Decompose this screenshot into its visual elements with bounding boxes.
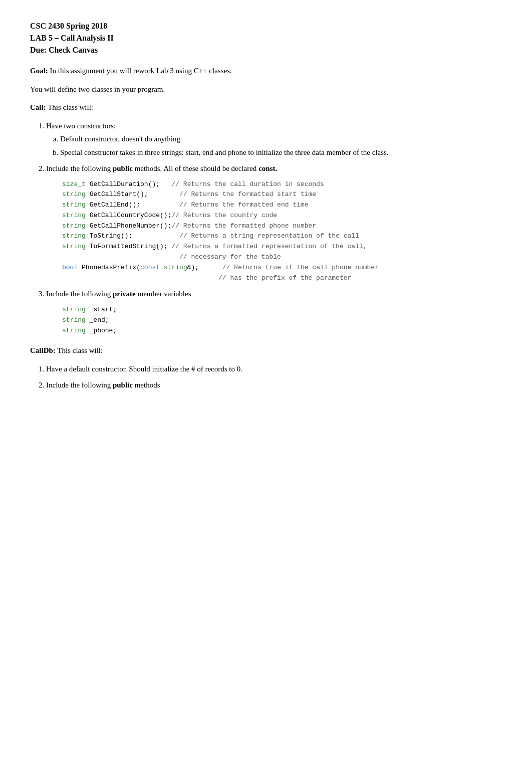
code-block-public: size_t GetCallDuration(); // Returns the…	[62, 179, 502, 284]
call-sub-item-1a: Default constructor, doesn't do anything	[60, 133, 502, 145]
calldb-intro: This class will:	[56, 346, 103, 354]
call-sub-list-1: Default constructor, doesn't do anything…	[60, 133, 502, 158]
private-keyword: private	[113, 290, 136, 298]
header-block: CSC 2430 Spring 2018 LAB 5 – Call Analys…	[30, 20, 502, 56]
calldb-main-list: Have a default constructor. Should initi…	[46, 363, 502, 391]
call-main-list: Have two constructors: Default construct…	[46, 120, 502, 336]
call-sub-item-1b: Special constructor takes in three strin…	[60, 147, 502, 158]
goal-section: Goal: In this assignment you will rework…	[30, 65, 502, 77]
call-item-2: Include the following public methods. Al…	[46, 163, 502, 283]
calldb-item-2: Include the following public methods	[46, 379, 502, 391]
code-block-private: string _start; string _end; string _phon…	[62, 305, 502, 336]
intro-text: You will define two classes in your prog…	[30, 84, 502, 95]
public-keyword: public	[113, 164, 133, 172]
calldb-public-keyword: public	[113, 381, 133, 389]
call-section: Call: This class will:	[30, 102, 502, 113]
call-item-3: Include the following private member var…	[46, 288, 502, 336]
call-label: Call:	[30, 103, 46, 111]
calldb-item-1: Have a default constructor. Should initi…	[46, 363, 502, 375]
calldb-label: CallDb:	[30, 346, 56, 354]
header-line3: Due: Check Canvas	[30, 44, 502, 56]
calldb-section: CallDb: This class will:	[30, 345, 502, 356]
header-line2: LAB 5 – Call Analysis II	[30, 32, 502, 44]
call-item-1: Have two constructors: Default construct…	[46, 120, 502, 158]
call-intro: This class will:	[46, 103, 93, 111]
const-keyword: const.	[258, 164, 277, 172]
header-line1: CSC 2430 Spring 2018	[30, 20, 502, 32]
goal-label: Goal:	[30, 67, 48, 75]
goal-text: In this assignment you will rework Lab 3…	[48, 67, 232, 75]
